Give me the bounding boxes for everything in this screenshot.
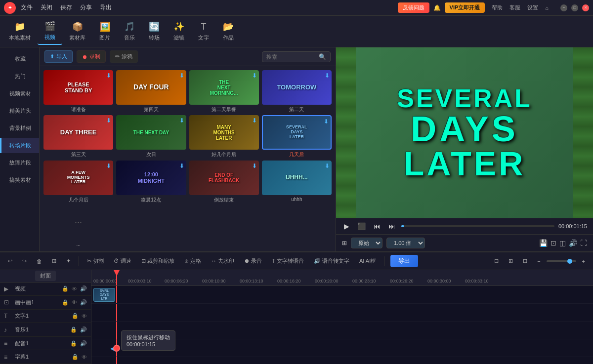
media-card-please[interactable]: PLEASESTAND BY ⬇ 请准备 bbox=[43, 70, 113, 112]
timeline-ruler[interactable]: 00:00:00:00 00:00:03:10 00:00:06:20 00:0… bbox=[91, 270, 593, 286]
eye-icon[interactable]: 👁 bbox=[72, 299, 77, 305]
lock-icon[interactable]: 🔒 bbox=[72, 313, 79, 319]
lock-icon[interactable]: 🔒 bbox=[70, 326, 77, 333]
sidebar-item-background[interactable]: 背景样例 bbox=[0, 121, 39, 136]
media-card-flashback[interactable]: END OFFLASHBACK ⬇ 倒放结束 bbox=[189, 161, 259, 202]
media-card-tomorrow[interactable]: TOMORROW ⬇ 第二天 bbox=[262, 70, 332, 112]
download-icon: ⬇ bbox=[106, 117, 111, 124]
lock-icon[interactable]: 🔒 bbox=[72, 354, 79, 360]
menu-save[interactable]: 保存 bbox=[60, 3, 72, 12]
volume-icon[interactable]: 🔊 bbox=[569, 239, 577, 247]
sidebar-item-transition-clip[interactable]: 转场片段 bbox=[0, 138, 39, 153]
sidebar-item-fault-clip[interactable]: 故障片段 bbox=[0, 155, 39, 170]
media-card-dayfour[interactable]: DAY FOUR ⬇ 第四天 bbox=[116, 70, 186, 112]
media-card-moments[interactable]: A FEWMOMENTSLATER ⬇ 几个月后 bbox=[43, 161, 113, 202]
service-link[interactable]: 客服 bbox=[509, 4, 520, 11]
cut-button[interactable]: ✂ 切割 bbox=[83, 256, 108, 266]
help-link[interactable]: 帮助 bbox=[492, 4, 503, 11]
ai-button[interactable]: AI AI框 bbox=[355, 256, 380, 266]
lock-icon[interactable]: 🔒 bbox=[62, 299, 69, 306]
menu-export[interactable]: 导出 bbox=[100, 3, 112, 12]
media-card-uhhh[interactable]: UHHH... ⬇ uhhh bbox=[262, 161, 332, 202]
freeze-button[interactable]: ⊙ 定格 bbox=[180, 256, 205, 266]
record-button[interactable]: ⏺ 录制 bbox=[77, 50, 106, 63]
sidebar-item-video-material[interactable]: 视频素材 bbox=[0, 86, 39, 101]
video-clip[interactable]: SVRLDAYSLTR bbox=[93, 288, 115, 302]
tl-zoom-minus[interactable]: − bbox=[533, 257, 544, 266]
tl-action3[interactable]: ⊡ bbox=[519, 256, 531, 266]
save-frame-icon[interactable]: 💾 bbox=[539, 239, 548, 247]
nav-photo[interactable]: 🖼️ 图片 bbox=[92, 18, 117, 44]
progress-bar[interactable] bbox=[401, 225, 554, 227]
crop-button[interactable]: ⊡ 裁剪和缩放 bbox=[137, 256, 178, 266]
delete-button[interactable]: 🗑 bbox=[33, 257, 46, 266]
undo-button[interactable]: ↩ bbox=[4, 256, 16, 266]
settings-link[interactable]: 设置 bbox=[527, 4, 538, 11]
media-card-severaldays[interactable]: SEVERALDAYSLATER ⬇ 几天后 bbox=[262, 115, 332, 157]
nav-video[interactable]: 🎬 视频 bbox=[38, 18, 62, 45]
search-input[interactable] bbox=[266, 54, 316, 60]
fullscreen-icon[interactable]: ⛶ bbox=[580, 239, 587, 247]
stop-button[interactable]: ⬛ bbox=[355, 221, 368, 231]
menu-file[interactable]: 文件 bbox=[21, 3, 33, 12]
eye-icon[interactable]: 👁 bbox=[82, 354, 87, 360]
nav-local[interactable]: 📁 本地素材 bbox=[2, 18, 38, 44]
play-button[interactable]: ▶ bbox=[342, 221, 351, 231]
maximize-button[interactable]: □ bbox=[571, 4, 578, 11]
media-card-more[interactable]: ··· ... bbox=[43, 205, 113, 247]
eye-icon[interactable]: 👁 bbox=[72, 286, 77, 292]
import-button[interactable]: ⬆ 导入 bbox=[44, 50, 73, 63]
playhead-circle[interactable] bbox=[113, 345, 120, 352]
eye-icon[interactable]: 👁 bbox=[82, 313, 87, 319]
more-button[interactable]: ··· bbox=[43, 205, 113, 240]
orig-select[interactable]: 原始 bbox=[351, 238, 382, 248]
paint-button[interactable]: ✏ 涂鸦 bbox=[110, 50, 138, 63]
audio-icon[interactable]: 🔊 bbox=[80, 285, 87, 292]
next-frame-button[interactable]: ⏭ bbox=[386, 221, 397, 231]
prev-frame-button[interactable]: ⏮ bbox=[372, 221, 382, 231]
speed-select[interactable]: 1.00 倍 bbox=[386, 238, 425, 248]
audio-icon[interactable]: 🔊 bbox=[80, 299, 87, 306]
remove-watermark-button[interactable]: ↔ 去水印 bbox=[207, 256, 238, 266]
effect-button[interactable]: ✦ bbox=[62, 256, 75, 266]
nav-text[interactable]: T 文字 bbox=[191, 19, 216, 44]
speech-to-text-button[interactable]: 🔊 语音转文字 bbox=[310, 256, 353, 266]
nav-music[interactable]: 🎵 音乐 bbox=[117, 18, 142, 44]
lock-icon[interactable]: 🔒 bbox=[62, 285, 69, 292]
media-card-daythree[interactable]: DAY THREE ⬇ 第三天 bbox=[43, 115, 113, 157]
tl-action1[interactable]: ⊟ bbox=[490, 256, 503, 266]
close-button[interactable]: ✕ bbox=[582, 4, 589, 11]
tl-action2[interactable]: ⊞ bbox=[505, 256, 517, 266]
media-card-manymonths[interactable]: MANYMONTHSLATER ⬇ 好几个月后 bbox=[189, 115, 259, 157]
media-card-midnight[interactable]: 12:00MIDNIGHT ⬇ 凌晨12点 bbox=[116, 161, 186, 202]
menu-share[interactable]: 分享 bbox=[80, 3, 92, 12]
minimize-button[interactable]: − bbox=[560, 4, 567, 11]
redo-button[interactable]: ↪ bbox=[18, 256, 31, 266]
nav-transition[interactable]: 🔄 转场 bbox=[142, 18, 167, 44]
nav-video-label: 视频 bbox=[44, 34, 55, 41]
media-card-nextday[interactable]: THE NEXT DAY ⬇ 次日 bbox=[116, 115, 186, 157]
audio-icon[interactable]: 🔊 bbox=[80, 326, 87, 333]
compare-icon[interactable]: ◫ bbox=[559, 239, 566, 247]
lock-icon[interactable]: 🔒 bbox=[70, 340, 77, 347]
speed-button[interactable]: ⏱ 调速 bbox=[110, 256, 135, 266]
export-button[interactable]: 导出 bbox=[390, 255, 418, 267]
nav-library[interactable]: 📦 素材库 bbox=[62, 18, 92, 44]
media-card-next-morning[interactable]: THENEXTMORNING... ⬇ 第二天早餐 bbox=[189, 70, 259, 112]
menu-close[interactable]: 关闭 bbox=[41, 3, 52, 12]
home-icon[interactable]: ⌂ bbox=[545, 5, 549, 11]
split-view-button[interactable]: ⊞ bbox=[48, 256, 60, 266]
sidebar-item-favorites[interactable]: 收藏 bbox=[0, 51, 39, 67]
copy-icon[interactable]: ⊡ bbox=[551, 239, 556, 247]
tl-zoom-plus[interactable]: + bbox=[578, 257, 589, 266]
feedback-button[interactable]: 反馈问题 bbox=[398, 2, 429, 13]
nav-works[interactable]: 📂 作品 bbox=[216, 18, 241, 44]
sidebar-item-funny[interactable]: 搞笑素材 bbox=[0, 172, 39, 188]
sidebar-item-popular[interactable]: 热门 bbox=[0, 69, 39, 84]
vip-button[interactable]: VIP立即开通 bbox=[445, 2, 485, 13]
text-to-speech-button[interactable]: T 文字转语音 bbox=[268, 256, 308, 266]
audio-icon[interactable]: 🔊 bbox=[80, 340, 87, 347]
sidebar-item-highlights[interactable]: 精美片头 bbox=[0, 103, 39, 119]
record-button[interactable]: ⏺ 录音 bbox=[240, 256, 266, 266]
nav-filter[interactable]: ✨ 滤镜 bbox=[167, 18, 191, 44]
